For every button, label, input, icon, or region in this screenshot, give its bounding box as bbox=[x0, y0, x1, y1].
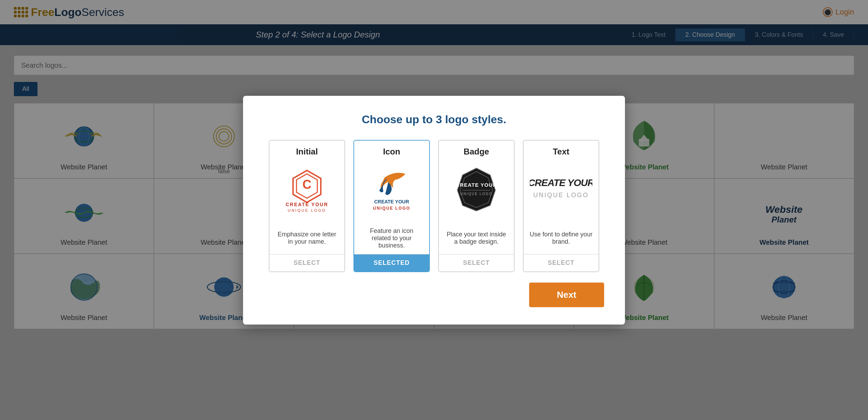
style-card-initial-label: Initial bbox=[269, 141, 344, 160]
style-card-icon[interactable]: Icon CREATE YOUR UNIQUE LOGO Feature an … bbox=[353, 140, 430, 272]
svg-text:CREATE YOUR: CREATE YOUR bbox=[456, 182, 497, 188]
svg-text:UNIQUE LOGO: UNIQUE LOGO bbox=[460, 192, 493, 196]
svg-text:CREATE YOUR: CREATE YOUR bbox=[374, 199, 409, 204]
select-badge-button[interactable]: SELECT bbox=[439, 254, 514, 271]
modal-title: Choose up to 3 logo styles. bbox=[264, 113, 604, 126]
svg-text:C: C bbox=[302, 177, 311, 192]
svg-marker-41 bbox=[457, 168, 495, 211]
svg-text:UNIQUE LOGO: UNIQUE LOGO bbox=[288, 208, 326, 212]
style-cards-container: Initial C CREATE YOUR UNIQUE LOGO Emphas… bbox=[264, 140, 604, 272]
svg-text:CREATE YOUR: CREATE YOUR bbox=[286, 202, 328, 207]
svg-text:UNIQUE LOGO: UNIQUE LOGO bbox=[373, 206, 410, 211]
style-selection-modal: Choose up to 3 logo styles. Initial C CR… bbox=[243, 96, 625, 325]
next-button[interactable]: Next bbox=[529, 283, 604, 307]
style-card-badge-image: CREATE YOUR UNIQUE LOGO bbox=[439, 160, 514, 222]
style-card-initial-desc: Emphasize one letter in your name. bbox=[269, 222, 344, 254]
svg-text:UNIQUE LOGO: UNIQUE LOGO bbox=[533, 192, 589, 199]
next-button-row: Next bbox=[264, 283, 604, 307]
style-card-text-image: CREATE YOUR UNIQUE LOGO bbox=[524, 160, 599, 222]
style-card-icon-image: CREATE YOUR UNIQUE LOGO bbox=[354, 160, 429, 222]
select-icon-button[interactable]: SELECTED bbox=[354, 254, 429, 271]
style-card-badge[interactable]: Badge CREATE YOUR UNIQUE LOGO Place your… bbox=[438, 140, 515, 272]
style-card-text-label: Text bbox=[524, 141, 599, 160]
select-text-button[interactable]: SELECT bbox=[524, 254, 599, 271]
style-card-text[interactable]: Text CREATE YOUR UNIQUE LOGO Use font to… bbox=[523, 140, 599, 272]
modal-overlay: Choose up to 3 logo styles. Initial C CR… bbox=[0, 0, 868, 420]
style-card-text-desc: Use font to define your brand. bbox=[524, 222, 599, 254]
style-card-initial[interactable]: Initial C CREATE YOUR UNIQUE LOGO Emphas… bbox=[269, 140, 345, 272]
style-card-icon-desc: Feature an icon related to your business… bbox=[354, 222, 429, 254]
style-card-badge-label: Badge bbox=[439, 141, 514, 160]
style-card-initial-image: C CREATE YOUR UNIQUE LOGO bbox=[269, 160, 344, 222]
select-initial-button[interactable]: SELECT bbox=[269, 254, 344, 271]
svg-text:CREATE YOUR: CREATE YOUR bbox=[530, 177, 592, 188]
style-card-badge-desc: Place your text inside a badge design. bbox=[439, 222, 514, 254]
style-card-icon-label: Icon bbox=[354, 141, 429, 160]
